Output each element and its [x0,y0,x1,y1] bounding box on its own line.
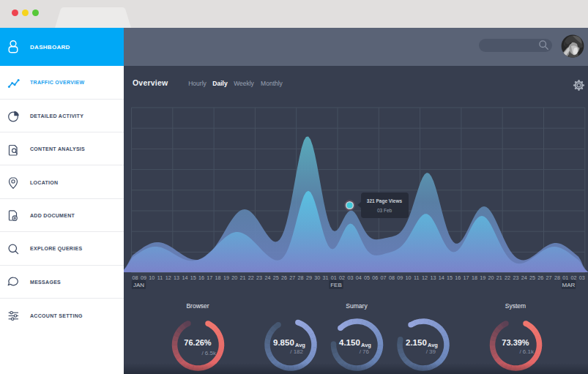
svg-text:12: 12 [422,274,428,281]
svg-text:10: 10 [149,274,155,281]
svg-text:26: 26 [537,274,543,281]
svg-text:321 Page Views: 321 Page Views [367,198,403,204]
svg-text:11: 11 [414,274,419,281]
svg-text:03: 03 [347,274,353,281]
svg-text:17: 17 [464,274,469,281]
svg-text:03 Feb: 03 Feb [377,208,392,213]
svg-text:30: 30 [314,274,320,281]
svg-text:Avg: Avg [361,342,371,348]
svg-text:73.39%: 73.39% [502,338,529,347]
svg-text:Overview: Overview [133,78,168,87]
svg-text:21: 21 [240,274,246,281]
svg-text:20: 20 [488,274,494,281]
svg-text:4.150: 4.150 [339,338,360,347]
svg-text:/ 6.5k: / 6.5k [201,350,217,356]
svg-text:26: 26 [281,274,287,281]
svg-text:20: 20 [231,274,237,281]
svg-text:Hourly: Hourly [188,80,206,87]
svg-text:19: 19 [223,274,229,281]
svg-text:Monthly: Monthly [261,80,283,87]
svg-text:24: 24 [521,274,527,281]
svg-text:Avg: Avg [428,342,438,348]
svg-text:JAN: JAN [133,282,144,288]
svg-text:25: 25 [273,274,279,281]
svg-text:Browser: Browser [186,302,209,310]
svg-text:28: 28 [298,274,304,281]
svg-text:21: 21 [496,274,502,281]
svg-text:13: 13 [430,274,436,281]
svg-text:14: 14 [439,274,444,281]
svg-text:Daily: Daily [212,80,228,87]
svg-text:MAR: MAR [562,282,576,288]
svg-text:14: 14 [182,274,187,281]
svg-text:15: 15 [447,274,453,281]
svg-text:16: 16 [455,274,461,281]
svg-text:Sumary: Sumary [346,302,368,310]
svg-text:31: 31 [323,274,329,281]
svg-text:18: 18 [472,274,477,281]
svg-text:FEB: FEB [330,282,342,288]
svg-text:16: 16 [198,274,204,281]
svg-text:Avg: Avg [295,342,305,348]
svg-text:15: 15 [190,274,196,281]
svg-text:24: 24 [264,274,270,281]
svg-text:18: 18 [215,274,221,281]
svg-text:10: 10 [406,274,412,281]
svg-text:27: 27 [546,274,552,281]
svg-text:12: 12 [165,274,171,281]
svg-text:04: 04 [356,274,362,281]
svg-text:/ 182: / 182 [290,348,303,355]
svg-text:/ 76: / 76 [360,348,370,355]
svg-text:05: 05 [364,274,370,281]
svg-text:19: 19 [480,274,485,281]
svg-text:23: 23 [513,274,518,281]
svg-text:07: 07 [381,274,387,281]
svg-text:03: 03 [579,274,585,281]
svg-text:27: 27 [289,274,295,281]
svg-text:13: 13 [174,274,179,281]
svg-text:23: 23 [256,274,262,281]
svg-text:09: 09 [397,274,403,281]
svg-text:25: 25 [529,274,535,281]
svg-text:/ 6.1k: / 6.1k [519,348,535,355]
svg-text:System: System [505,302,526,310]
svg-text:Weekly: Weekly [234,80,254,87]
svg-text:28: 28 [554,274,560,281]
svg-text:22: 22 [505,274,510,281]
svg-text:76.26%: 76.26% [184,338,212,347]
svg-text:22: 22 [248,274,254,281]
svg-text:17: 17 [206,274,212,281]
svg-text:06: 06 [372,274,378,281]
svg-text:2.150: 2.150 [406,338,427,347]
svg-text:29: 29 [306,274,312,281]
svg-text:/ 39: / 39 [426,348,436,355]
svg-text:11: 11 [157,274,163,281]
svg-text:08: 08 [389,274,395,281]
svg-text:9.850: 9.850 [273,338,294,347]
